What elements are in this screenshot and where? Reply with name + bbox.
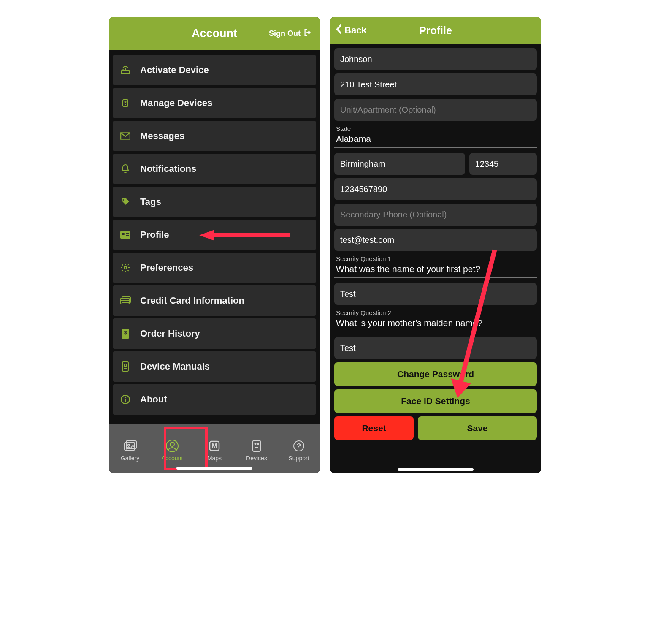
menu-device-manuals[interactable]: Device Manuals (113, 351, 316, 382)
menu-label: Messages (140, 130, 184, 141)
nav-support[interactable]: ? Support (280, 439, 318, 462)
profile-screen: Back Profile State Alabama Security Ques… (330, 17, 541, 473)
zip-field[interactable] (469, 153, 537, 175)
menu-label: Notifications (140, 163, 196, 174)
svg-rect-6 (126, 233, 129, 234)
svg-point-17 (124, 364, 127, 367)
chevron-left-icon (335, 24, 343, 37)
menu-activate-device[interactable]: Activate Device (113, 55, 316, 85)
menu-label: Manage Devices (140, 98, 212, 109)
envelope-icon (119, 132, 132, 140)
svg-point-2 (125, 101, 126, 103)
sign-out-button[interactable]: Sign Out (269, 28, 312, 39)
menu-label: About (140, 394, 167, 405)
svg-point-31 (257, 443, 259, 444)
nav-label: Account (162, 455, 183, 462)
menu-manage-devices[interactable]: Manage Devices (113, 88, 316, 118)
account-icon (165, 439, 179, 453)
menu-credit-card[interactable]: Credit Card Information (113, 285, 316, 316)
receipt-icon: $ (119, 328, 132, 339)
menu-messages[interactable]: Messages (113, 121, 316, 151)
menu-notifications[interactable]: Notifications (113, 154, 316, 184)
sq2-select[interactable]: What is your mother's maiden name? (334, 316, 537, 332)
nav-devices[interactable]: Devices (238, 439, 276, 462)
profile-header: Back Profile (330, 17, 541, 44)
state-group: State Alabama (334, 124, 537, 149)
sign-out-icon (303, 28, 312, 39)
nav-label: Maps (207, 455, 222, 462)
back-label: Back (344, 25, 367, 36)
email-field[interactable] (334, 229, 537, 251)
sq2-answer-field[interactable] (334, 337, 537, 359)
menu-profile[interactable]: Profile (113, 220, 316, 250)
face-id-settings-button[interactable]: Face ID Settings (334, 389, 537, 413)
svg-text:?: ? (297, 442, 301, 450)
menu-label: Preferences (140, 262, 193, 273)
account-screen: Account Sign Out Activate Device Manage … (109, 17, 320, 473)
sq2-label: Security Question 2 (336, 309, 537, 316)
svg-marker-9 (199, 230, 214, 241)
menu-tags[interactable]: Tags (113, 187, 316, 217)
last-name-field[interactable] (334, 48, 537, 70)
security-question-2-group: Security Question 2 What is your mother'… (334, 308, 537, 334)
sq1-select[interactable]: What was the name of your first pet? (334, 262, 537, 278)
router-icon (119, 65, 132, 76)
bell-icon (119, 164, 132, 174)
svg-rect-1 (123, 100, 128, 106)
back-button[interactable]: Back (335, 24, 367, 37)
menu-label: Order History (140, 328, 200, 339)
gallery-icon (123, 439, 137, 453)
nav-gallery[interactable]: Gallery (111, 439, 149, 462)
account-menu: Activate Device Manage Devices Messages … (109, 50, 320, 424)
id-card-icon (119, 231, 132, 239)
nav-label: Devices (246, 455, 267, 462)
menu-label: Tags (140, 196, 161, 207)
manual-icon (119, 361, 132, 372)
gear-icon (119, 263, 132, 273)
profile-title: Profile (419, 24, 452, 37)
nav-label: Support (288, 455, 309, 462)
home-indicator[interactable] (176, 467, 252, 470)
nav-label: Gallery (121, 455, 139, 462)
profile-form: State Alabama Security Question 1 What w… (330, 44, 541, 473)
credit-card-icon (119, 296, 132, 305)
bottom-nav: Gallery Account M Maps Devices ? Support (109, 424, 320, 473)
nav-account[interactable]: Account (153, 439, 191, 462)
sq1-answer-field[interactable] (334, 283, 537, 305)
support-icon: ? (292, 439, 306, 453)
sq1-label: Security Question 1 (336, 255, 537, 262)
reset-button[interactable]: Reset (334, 416, 414, 440)
menu-preferences[interactable]: Preferences (113, 253, 316, 283)
svg-rect-0 (121, 71, 130, 74)
menu-label: Profile (140, 229, 169, 240)
secondary-phone-field[interactable] (334, 204, 537, 226)
state-label: State (336, 125, 537, 132)
svg-point-10 (124, 266, 127, 269)
menu-about[interactable]: About (113, 384, 316, 415)
svg-point-30 (255, 443, 256, 444)
state-select[interactable]: Alabama (334, 132, 537, 148)
street-field[interactable] (334, 73, 537, 95)
svg-point-26 (170, 442, 174, 446)
menu-label: Device Manuals (140, 361, 210, 372)
home-indicator[interactable] (398, 468, 474, 471)
city-field[interactable] (334, 153, 465, 175)
menu-label: Activate Device (140, 65, 209, 76)
phone-field[interactable] (334, 178, 537, 200)
svg-point-21 (125, 397, 126, 398)
menu-order-history[interactable]: $ Order History (113, 318, 316, 349)
change-password-button[interactable]: Change Password (334, 362, 537, 386)
info-icon (119, 394, 132, 405)
unit-field[interactable] (334, 99, 537, 121)
svg-rect-7 (126, 235, 129, 236)
svg-text:M: M (211, 443, 217, 450)
save-button[interactable]: Save (418, 416, 537, 440)
sign-out-label: Sign Out (269, 29, 301, 38)
security-question-1-group: Security Question 1 What was the name of… (334, 254, 537, 280)
nav-maps[interactable]: M Maps (195, 439, 233, 462)
maps-icon: M (207, 439, 222, 453)
account-header: Account Sign Out (109, 17, 320, 50)
devices-icon (249, 439, 264, 453)
tag-icon (119, 197, 132, 207)
menu-label: Credit Card Information (140, 295, 244, 306)
